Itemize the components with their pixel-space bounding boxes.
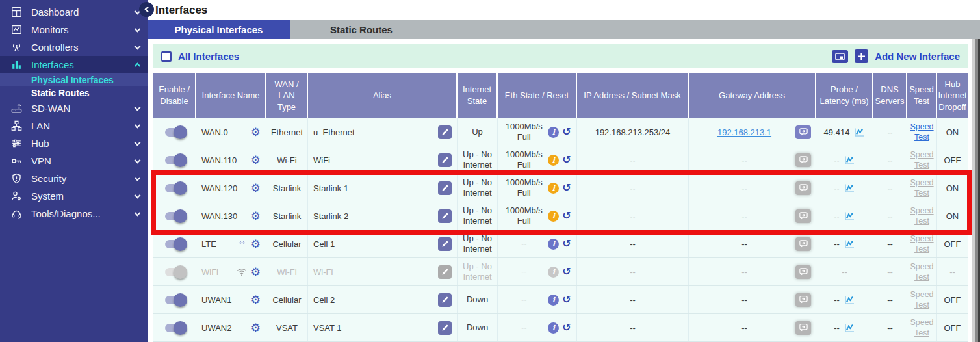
- latency-chart-icon[interactable]: [844, 211, 855, 221]
- popup-window-icon[interactable]: [832, 50, 848, 63]
- eth-state-text: 1000Mb/s Full: [503, 122, 545, 143]
- speed-test-link[interactable]: Speed Test: [910, 178, 934, 199]
- gateway-console-icon[interactable]: [795, 181, 811, 195]
- reset-icon[interactable]: ↺: [562, 295, 571, 305]
- gear-icon[interactable]: ⚙: [251, 267, 261, 278]
- gateway-console-icon[interactable]: [795, 153, 811, 167]
- sidebar-subitem-physical-interfaces[interactable]: Physical Interfaces: [0, 73, 148, 86]
- tab-physical-interfaces[interactable]: Physical Interfaces: [148, 20, 290, 39]
- toggle-knob: [174, 125, 187, 139]
- edit-alias-icon[interactable]: [438, 125, 452, 139]
- interface-name: UWAN2: [201, 323, 231, 333]
- speed-test-link[interactable]: Speed Test: [910, 289, 934, 311]
- latency-chart-icon[interactable]: [844, 239, 855, 249]
- reset-icon[interactable]: ↺: [562, 322, 571, 333]
- sidebar-item-system[interactable]: System: [0, 187, 148, 205]
- edit-alias-icon[interactable]: [438, 237, 452, 251]
- info-icon[interactable]: i: [548, 127, 559, 138]
- enable-toggle[interactable]: [165, 128, 185, 137]
- speed-test-link[interactable]: Speed Test: [910, 150, 934, 171]
- enable-toggle[interactable]: [165, 324, 185, 332]
- info-icon[interactable]: i: [548, 155, 559, 166]
- edit-alias-icon[interactable]: [438, 209, 452, 223]
- tab-static-routes[interactable]: Static Routes: [290, 20, 432, 39]
- lan-icon: [8, 120, 24, 132]
- reset-icon[interactable]: ↺: [562, 267, 571, 277]
- gear-icon[interactable]: ⚙: [251, 127, 261, 138]
- toggle-knob: [174, 209, 187, 223]
- sidebar-item-hub[interactable]: Hub: [0, 135, 148, 152]
- table-row: WAN.130⚙StarlinkStarlink 2Up - No Intern…: [153, 202, 968, 230]
- info-icon[interactable]: i: [548, 239, 559, 250]
- info-icon[interactable]: i: [548, 295, 559, 306]
- enable-toggle[interactable]: [165, 268, 185, 276]
- reset-icon[interactable]: ↺: [562, 155, 571, 165]
- gear-icon[interactable]: ⚙: [251, 295, 261, 306]
- gateway-console-icon[interactable]: [795, 293, 811, 307]
- gateway-console-icon[interactable]: [795, 321, 811, 335]
- gear-icon[interactable]: ⚙: [251, 322, 261, 334]
- sidebar-item-security[interactable]: Security: [0, 170, 148, 187]
- sidebar-item-vpn[interactable]: VPN: [0, 152, 148, 170]
- edit-alias-icon[interactable]: [438, 321, 452, 335]
- sidebar-item-controllers[interactable]: Controllers: [0, 38, 148, 56]
- speed-test-link[interactable]: Speed Test: [910, 317, 934, 339]
- info-icon[interactable]: i: [548, 211, 559, 222]
- sidebar-item-sdwan[interactable]: SD-WAN: [0, 99, 148, 117]
- reset-icon[interactable]: ↺: [562, 211, 571, 221]
- reset-icon[interactable]: ↺: [562, 183, 571, 193]
- speed-test-link[interactable]: Speed Test: [910, 261, 934, 283]
- add-new-interface-button[interactable]: Add New Interface: [875, 51, 960, 62]
- speed-test-link[interactable]: Speed Test: [910, 122, 934, 143]
- gear-icon[interactable]: ⚙: [251, 239, 261, 250]
- latency-chart-icon[interactable]: [844, 295, 855, 305]
- column-header: Interface Name: [196, 73, 266, 118]
- info-icon[interactable]: i: [548, 183, 559, 194]
- sidebar-subitem-static-routes[interactable]: Static Routes: [0, 86, 148, 99]
- enable-toggle[interactable]: [165, 240, 185, 248]
- sidebar-item-tools-diagnostics[interactable]: Tools/Diagnos...: [0, 205, 148, 222]
- internet-state-cell: Up - No Internet: [458, 174, 498, 202]
- latency-chart-icon[interactable]: [844, 155, 855, 165]
- latency-chart-icon[interactable]: [844, 323, 855, 333]
- edit-alias-icon[interactable]: [438, 181, 452, 195]
- gateway-link[interactable]: 192.168.213.1: [693, 127, 795, 137]
- sidebar-item-interfaces[interactable]: Interfaces: [0, 56, 148, 73]
- edit-alias-icon[interactable]: [438, 153, 452, 167]
- sidebar-collapse-button[interactable]: [139, 2, 154, 17]
- enable-toggle[interactable]: [165, 296, 185, 304]
- gateway-console-icon[interactable]: [795, 237, 811, 251]
- speed-test-cell: Speed Test: [907, 202, 937, 230]
- gear-icon[interactable]: ⚙: [251, 155, 261, 166]
- sidebar-item-lan[interactable]: LAN: [0, 117, 148, 135]
- plus-icon[interactable]: [855, 49, 868, 63]
- enable-toggle[interactable]: [165, 184, 185, 192]
- enable-toggle[interactable]: [165, 212, 185, 220]
- chevron-down-icon: [135, 192, 141, 198]
- gateway-console-icon[interactable]: [795, 265, 811, 279]
- vertical-scrollbar[interactable]: [972, 39, 980, 342]
- gear-icon[interactable]: ⚙: [251, 211, 261, 222]
- reset-icon[interactable]: ↺: [562, 127, 571, 137]
- enable-toggle[interactable]: [165, 156, 185, 164]
- latency-chart-icon[interactable]: [844, 183, 855, 193]
- sidebar-item-monitors[interactable]: Monitors: [0, 21, 148, 38]
- gateway-console-icon[interactable]: [795, 209, 811, 223]
- edit-alias-icon[interactable]: [438, 265, 452, 279]
- gateway-cell: --: [689, 314, 816, 341]
- latency-chart-icon[interactable]: [854, 127, 865, 137]
- sidebar-item-label: Tools/Diagnos...: [31, 208, 135, 219]
- eth-state-cell: 1000Mb/s Fulli↺: [498, 146, 577, 174]
- gear-icon[interactable]: ⚙: [251, 183, 261, 194]
- gateway-console-icon[interactable]: [795, 125, 811, 139]
- reset-icon[interactable]: ↺: [562, 239, 571, 249]
- speed-test-link[interactable]: Speed Test: [910, 233, 934, 255]
- info-icon[interactable]: i: [548, 267, 559, 278]
- all-interfaces-checkbox[interactable]: [161, 51, 172, 62]
- sidebar-item-dashboard[interactable]: Dashboard: [0, 3, 148, 21]
- info-icon[interactable]: i: [548, 322, 559, 334]
- speed-test-link[interactable]: Speed Test: [910, 205, 934, 227]
- column-header: Eth State / Reset: [498, 73, 577, 118]
- edit-alias-icon[interactable]: [438, 293, 452, 307]
- type-text: Ethernet: [271, 127, 303, 137]
